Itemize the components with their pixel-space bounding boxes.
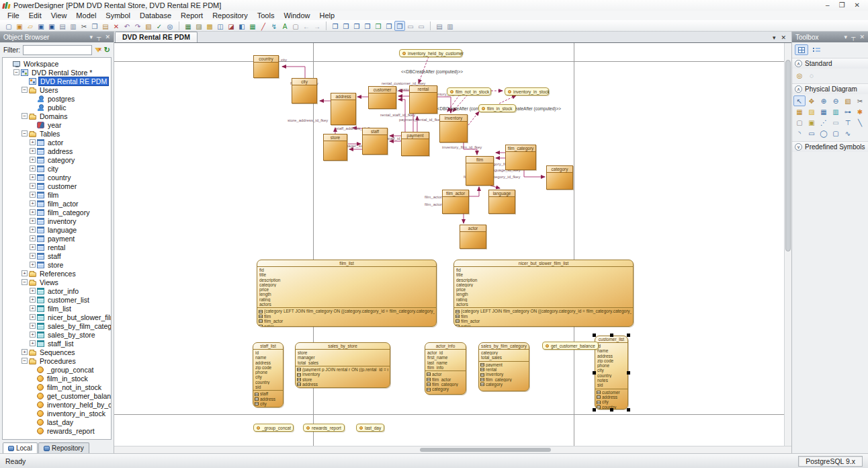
tree-item-film-in-stock[interactable]: film_in_stock	[3, 374, 111, 383]
extended-dependency-tool-icon[interactable]: ⋰	[818, 117, 830, 128]
table-symbol-store[interactable]: store	[323, 134, 347, 161]
expand-icon[interactable]: +	[30, 174, 36, 180]
model-options-icon[interactable]: ▦	[183, 21, 193, 31]
delete-icon[interactable]: ✕	[111, 21, 122, 31]
grid-view-button[interactable]	[795, 44, 808, 55]
reference-link[interactable]	[524, 170, 545, 177]
menu-symbol[interactable]: Symbol	[101, 11, 135, 20]
menu-model[interactable]: Model	[71, 11, 101, 20]
collapse-icon[interactable]: −	[21, 87, 28, 93]
new-file-icon[interactable]: ◧	[236, 21, 247, 31]
line-tool-icon[interactable]: ╲	[854, 117, 866, 128]
rectangle-tool-icon[interactable]: ▭	[806, 128, 818, 139]
selection-handle[interactable]	[610, 408, 613, 412]
collapse-icon[interactable]: −	[21, 130, 28, 136]
tree-item-sales-by-film-category[interactable]: +sales_by_film_category	[3, 321, 111, 330]
tree-item-category[interactable]: +category	[3, 155, 111, 164]
open-icon[interactable]: ▱	[25, 21, 36, 31]
tab-list-icon[interactable]: ▾	[773, 34, 776, 41]
copy-icon[interactable]: ❐	[89, 21, 100, 31]
procedure-symbol-film_in_stock[interactable]: film_in_stock	[478, 104, 516, 112]
tree-item-actor-info[interactable]: +actor_info	[3, 286, 111, 295]
tree-item-public[interactable]: public	[3, 103, 111, 112]
cut-icon[interactable]: ✂	[79, 21, 89, 31]
tree-item-film[interactable]: +film	[3, 190, 111, 199]
ellipse-tool-icon[interactable]: ◯	[818, 128, 830, 139]
tree-item-tables[interactable]: −Tables	[3, 129, 111, 138]
selection-handle[interactable]	[593, 371, 596, 375]
tree-item-views[interactable]: −Views	[3, 278, 111, 286]
tree-item-film-list[interactable]: +film_list	[3, 304, 111, 313]
vertical-scroll-thumb[interactable]	[785, 60, 791, 251]
tree-item--group-concat[interactable]: _group_concat	[3, 365, 111, 374]
tree-item-procedures[interactable]: −Procedures	[3, 356, 111, 365]
tree-item-customer[interactable]: +customer	[3, 182, 111, 190]
tree-item-language[interactable]: +language	[3, 225, 111, 234]
table-symbol-actor[interactable]: actor	[460, 225, 486, 249]
tab-local[interactable]: Local	[3, 442, 38, 453]
selection-handle[interactable]	[593, 334, 596, 337]
selection-handle[interactable]	[627, 371, 630, 375]
collapse-icon[interactable]: −	[21, 358, 28, 364]
collapse-chevron-icon[interactable]: ∧	[795, 60, 802, 67]
tree-item-country[interactable]: +country	[3, 173, 111, 182]
window-result-icon[interactable]: ❐	[373, 21, 384, 31]
view-symbol-staff_list[interactable]: staff_listidnameaddresszip codephonecity…	[253, 342, 284, 407]
format-icon[interactable]: ↯	[269, 21, 279, 31]
toolbox-menu-icon[interactable]: ▾	[844, 32, 848, 42]
tree-item-get-customer-balance[interactable]: get_customer_balance	[3, 391, 111, 400]
tree-item-workspace[interactable]: Workspace	[3, 59, 111, 68]
expand-chevron-icon[interactable]: ∨	[795, 143, 802, 151]
expand-icon[interactable]: +	[30, 288, 36, 294]
menu-report[interactable]: Report	[176, 11, 208, 20]
tree-item-domains[interactable]: −Domains	[3, 112, 111, 120]
title-tool-icon[interactable]: ▨	[806, 106, 818, 117]
tree-item-staff[interactable]: +staff	[3, 251, 111, 260]
panel-menu-icon[interactable]: ▾	[90, 32, 93, 42]
view-symbol-nicer_but_slower_film_list[interactable]: nicer_but_slower_film_listfidtitledescri…	[453, 260, 634, 327]
pen-icon[interactable]: ╱	[258, 21, 269, 31]
expand-icon[interactable]: +	[30, 297, 36, 303]
window-cascade-icon[interactable]: ▭	[416, 21, 427, 31]
expand-icon[interactable]: +	[30, 227, 36, 233]
tree-item-customer-list[interactable]: +customer_list	[3, 295, 111, 304]
list-report-icon[interactable]: ▦	[247, 21, 258, 31]
menu-edit[interactable]: Edit	[24, 11, 46, 20]
undo-icon[interactable]: ↶	[122, 21, 132, 31]
tree-item-dvd-rental-re-pdm[interactable]: DVD Rental RE PDM	[3, 77, 111, 85]
dependency-link[interactable]	[468, 112, 479, 125]
expand-icon[interactable]: +	[21, 270, 28, 276]
tree-item-rewards-report[interactable]: rewards_report	[3, 426, 111, 435]
view-tool-icon[interactable]: ▥	[830, 106, 842, 117]
pointer-tool-icon[interactable]: ↖	[793, 95, 806, 106]
procedure-symbol-rewards_report[interactable]: rewards_report	[303, 424, 345, 432]
tree-item-film-category[interactable]: +film_category	[3, 208, 111, 217]
dependency-link[interactable]	[499, 95, 516, 104]
window-tile-icon[interactable]: ▭	[405, 21, 416, 31]
properties-tool-icon[interactable]: ▧	[842, 95, 854, 106]
selection-handle[interactable]	[610, 334, 613, 337]
print-2-icon[interactable]: ▥	[445, 21, 455, 31]
collapse-icon[interactable]: −	[21, 113, 28, 119]
expand-icon[interactable]: +	[30, 244, 36, 250]
new-icon[interactable]: ▢	[3, 21, 14, 31]
tree-item-payment[interactable]: +payment	[3, 234, 111, 243]
expand-icon[interactable]: +	[30, 340, 36, 346]
expand-icon[interactable]: +	[30, 305, 36, 311]
tree-item-film-actor[interactable]: +film_actor	[3, 199, 111, 208]
filter-clear-icon[interactable]	[95, 48, 101, 52]
tree-item-city[interactable]: +city	[3, 164, 111, 173]
view-symbol-sales_by_store[interactable]: sales_by_storestoremanagertotal_sales(pa…	[295, 342, 390, 388]
tree-item-year[interactable]: year	[3, 120, 111, 129]
rounded-rectangle-tool-icon[interactable]: ▢	[830, 128, 842, 139]
procedure-symbol-last_day[interactable]: last_day	[356, 424, 384, 432]
print-icon[interactable]: ▥	[68, 21, 79, 31]
tree-item-address[interactable]: +address	[3, 147, 111, 155]
tree-item-references[interactable]: +References	[3, 269, 111, 278]
lasso-tool-icon[interactable]: ◌	[806, 70, 818, 81]
pin-icon[interactable]: ┬	[97, 32, 101, 42]
section-header[interactable]: ∨Predefined Symbols	[792, 141, 868, 152]
procedure-symbol-film_not_in_stock[interactable]: film_not_in_stock	[447, 87, 491, 95]
tree-item-postgres[interactable]: postgres	[3, 94, 111, 103]
table-symbol-customer[interactable]: customer	[368, 86, 396, 109]
